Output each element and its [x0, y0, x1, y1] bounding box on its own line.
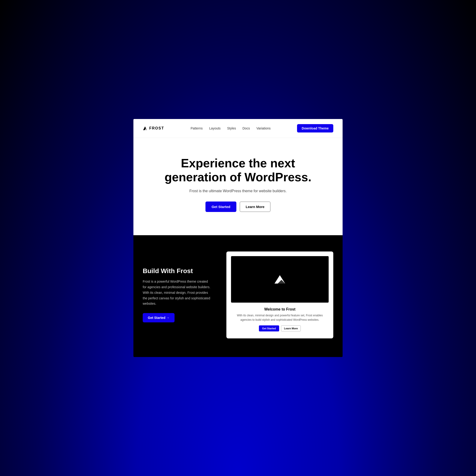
- nav-layouts[interactable]: Layouts: [209, 126, 221, 130]
- hero-buttons: Get Started Learn More: [143, 202, 333, 212]
- nav-patterns[interactable]: Patterns: [191, 126, 203, 130]
- nav-links: Patterns Layouts Styles Docs Variations: [191, 126, 271, 130]
- hero-subtitle: Frost is the ultimate WordPress theme fo…: [143, 189, 333, 193]
- preview-card: Welcome to Frost With its clean, minimal…: [226, 252, 333, 339]
- hero-title: Experience the next generation of WordPr…: [164, 156, 312, 184]
- dark-right-content: Welcome to Frost With its clean, minimal…: [226, 252, 333, 339]
- nav-styles[interactable]: Styles: [227, 126, 236, 130]
- nav-variations[interactable]: Variations: [256, 126, 271, 130]
- nav-docs[interactable]: Docs: [242, 126, 250, 130]
- preview-get-started-button[interactable]: Get Started: [259, 325, 279, 331]
- preview-card-title: Welcome to Frost: [236, 307, 324, 311]
- logo: FROST: [143, 126, 164, 131]
- hero-get-started-button[interactable]: Get Started: [205, 202, 236, 212]
- preview-card-content: Welcome to Frost With its clean, minimal…: [231, 307, 329, 334]
- hero-content: Experience the next generation of WordPr…: [133, 138, 343, 235]
- hero-section: FROST Patterns Layouts Styles Docs Varia…: [133, 119, 343, 235]
- logo-text: FROST: [149, 126, 164, 130]
- preview-logo-icon: [274, 275, 286, 284]
- preview-card-buttons: Get Started Learn More: [236, 325, 324, 331]
- preview-card-description: With its clean, minimal design and power…: [236, 313, 324, 322]
- preview-learn-more-button[interactable]: Learn More: [281, 325, 301, 331]
- preview-image: [231, 256, 329, 303]
- dark-section-description: Frost is a powerful WordPress theme crea…: [143, 279, 212, 306]
- hero-learn-more-button[interactable]: Learn More: [240, 202, 271, 212]
- navbar: FROST Patterns Layouts Styles Docs Varia…: [133, 119, 343, 138]
- dark-get-started-button[interactable]: Get Started →: [143, 313, 174, 322]
- dark-left-content: Build With Frost Frost is a powerful Wor…: [143, 267, 212, 322]
- logo-icon: [143, 126, 147, 131]
- download-theme-button[interactable]: Download Theme: [297, 124, 333, 133]
- dark-section: Build With Frost Frost is a powerful Wor…: [133, 235, 343, 357]
- dark-section-title: Build With Frost: [143, 267, 212, 275]
